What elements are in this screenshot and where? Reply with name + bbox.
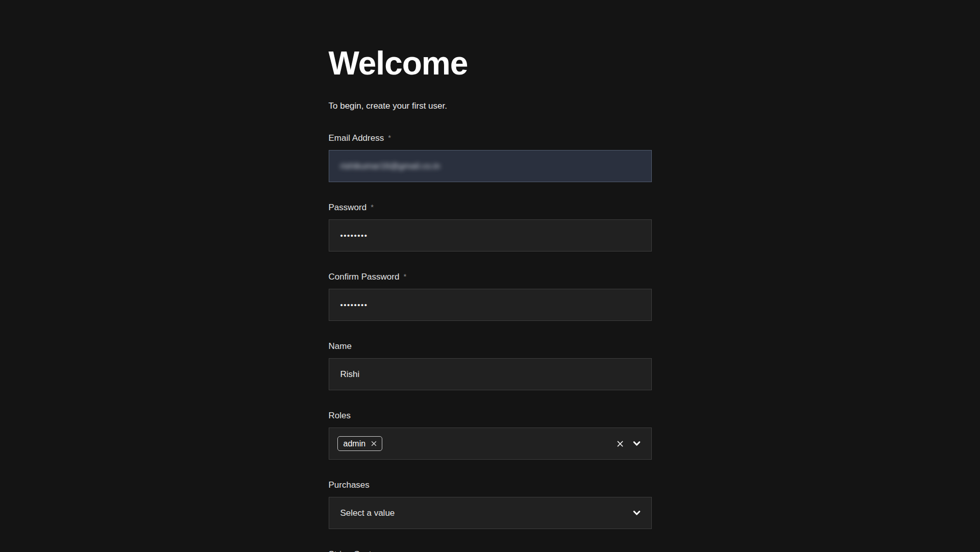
page-title: Welcome [329,47,652,80]
clear-selection-x-icon[interactable] [616,439,625,448]
required-asterisk: * [388,133,391,143]
chevron-down-icon[interactable] [632,509,641,517]
purchases-field-group: Purchases Select a value [329,480,652,529]
required-asterisk: * [403,271,406,282]
email-field-group: Email Address * rishikumar16@gmail.co.in [329,133,652,182]
chevron-down-icon[interactable] [632,439,641,448]
name-value: Rishi [340,369,360,380]
confirm-password-field-group: Confirm Password * •••••••• [329,272,652,321]
name-label: Name [329,341,652,352]
password-masked-value: •••••••• [340,231,368,240]
roles-label: Roles [329,411,652,421]
confirm-password-input[interactable]: •••••••• [329,289,652,321]
email-label-text: Email Address [329,133,384,143]
name-label-text: Name [329,341,352,352]
name-input[interactable]: Rishi [329,358,652,390]
purchases-select[interactable]: Select a value [329,497,652,529]
purchases-label-text: Purchases [329,480,370,490]
stripe-customer-field-group: Stripe Customer [329,549,652,552]
purchases-label: Purchases [329,480,652,490]
password-label-text: Password [329,203,367,213]
role-chip-admin[interactable]: admin [337,436,383,451]
page-subtitle: To begin, create your first user. [329,101,652,111]
stripe-customer-label: Stripe Customer [329,549,652,552]
email-label: Email Address * [329,133,652,143]
role-chip-label: admin [344,439,366,448]
roles-select-controls [616,439,641,448]
chip-remove-x-icon[interactable] [371,440,377,447]
password-label: Password * [329,203,652,213]
confirm-password-masked-value: •••••••• [340,300,368,309]
required-asterisk: * [371,202,374,212]
name-field-group: Name Rishi [329,341,652,390]
purchases-placeholder: Select a value [340,508,395,518]
email-input[interactable]: rishikumar16@gmail.co.in [329,150,652,182]
roles-label-text: Roles [329,411,351,421]
create-first-user-form: Welcome To begin, create your first user… [329,0,652,552]
purchases-select-controls [632,509,641,517]
roles-field-group: Roles admin [329,411,652,460]
confirm-password-label-text: Confirm Password [329,272,400,282]
email-value-obscured: rishikumar16@gmail.co.in [340,161,440,171]
roles-multiselect[interactable]: admin [329,428,652,460]
password-input[interactable]: •••••••• [329,219,652,252]
confirm-password-label: Confirm Password * [329,272,652,282]
password-field-group: Password * •••••••• [329,203,652,252]
